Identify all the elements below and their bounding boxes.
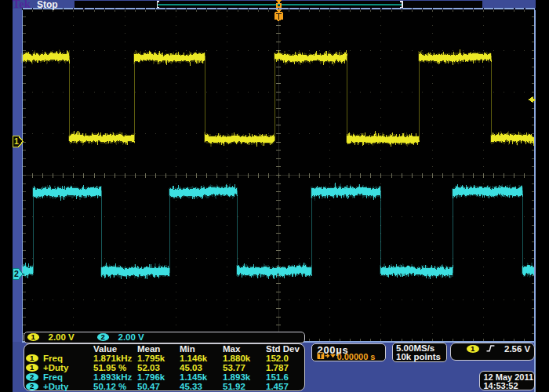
svg-text:1: 1 <box>14 136 19 146</box>
svg-text:2: 2 <box>14 269 19 278</box>
